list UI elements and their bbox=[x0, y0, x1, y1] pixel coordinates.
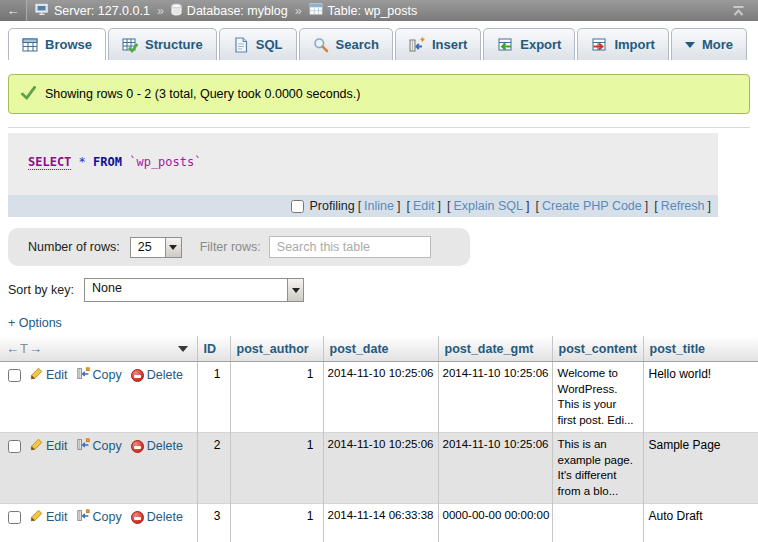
tab-export[interactable]: Export bbox=[483, 28, 575, 60]
toggle-columns-control[interactable]: ←T→ bbox=[6, 342, 43, 356]
copy-action[interactable]: Copy bbox=[77, 438, 122, 455]
cell-post-date-gmt: 2014-11-10 10:25:06 bbox=[438, 433, 552, 504]
database-icon bbox=[171, 3, 182, 19]
tab-structure[interactable]: Structure bbox=[108, 28, 217, 60]
success-message: Showing rows 0 - 2 (3 total, Query took … bbox=[8, 74, 750, 114]
pencil-icon bbox=[30, 509, 43, 526]
tab-import[interactable]: Import bbox=[577, 28, 668, 60]
collapse-top-icon[interactable] bbox=[731, 5, 746, 17]
copy-link[interactable]: Copy bbox=[93, 509, 122, 526]
edit-link[interactable]: Edit bbox=[46, 509, 68, 526]
phpmyadmin-window: ← Server: 127.0.0.1 » Database: myblog »… bbox=[0, 0, 758, 542]
chevron-down-icon bbox=[685, 42, 695, 48]
breadcrumb-separator: » bbox=[155, 4, 166, 18]
delete-action[interactable]: Delete bbox=[131, 367, 183, 384]
cell-post-title: Auto Draft bbox=[643, 504, 758, 542]
table-row: Edit Copy Delete 3 1 2014-11-14 0 bbox=[0, 504, 758, 542]
tab-search[interactable]: Search bbox=[299, 28, 393, 60]
edit-link[interactable]: Edit bbox=[46, 438, 68, 455]
profiling-checkbox[interactable] bbox=[291, 200, 304, 213]
cell-post-date-gmt: 0000-00-00 00:00:00 bbox=[438, 504, 552, 542]
bracket: ] bbox=[438, 199, 441, 213]
bracket: [ bbox=[654, 199, 657, 213]
sql-star: * bbox=[79, 155, 86, 169]
table-tabs: Browse Structure SQL Search Insert Expor… bbox=[0, 21, 758, 60]
header-row: ←T→ ID post_author post_date post_date_g… bbox=[0, 336, 758, 362]
cell-post-date: 2014-11-14 06:33:38 bbox=[323, 504, 438, 542]
bracket: ] bbox=[526, 199, 529, 213]
sql-keyword-select[interactable]: SELECT bbox=[28, 155, 71, 170]
edit-link[interactable]: Edit bbox=[46, 367, 68, 384]
filter-rows-label: Filter rows: bbox=[200, 240, 261, 254]
delete-link[interactable]: Delete bbox=[147, 509, 183, 526]
row-checkbox[interactable] bbox=[8, 440, 21, 453]
sort-by-key-value: None bbox=[85, 279, 287, 301]
cell-post-date-gmt: 2014-11-10 10:25:06 bbox=[438, 362, 552, 433]
row-actions-cell: Edit Copy Delete bbox=[0, 362, 197, 433]
options-toggle-link[interactable]: + Options bbox=[8, 316, 62, 330]
section-divider bbox=[8, 127, 750, 128]
back-button[interactable]: ← bbox=[0, 0, 27, 21]
search-icon bbox=[313, 37, 329, 53]
header-dropdown-icon[interactable] bbox=[178, 346, 188, 352]
sort-controls: Sort by key: None bbox=[8, 278, 758, 302]
sort-by-key-label: Sort by key: bbox=[8, 283, 74, 297]
filter-rows-input[interactable] bbox=[269, 236, 431, 258]
cell-post-title: Sample Page bbox=[643, 433, 758, 504]
delete-link[interactable]: Delete bbox=[147, 438, 183, 455]
row-actions-cell: Edit Copy Delete bbox=[0, 433, 197, 504]
delete-action[interactable]: Delete bbox=[131, 438, 183, 455]
table-row: Edit Copy Delete 1 1 2014-11-10 1 bbox=[0, 362, 758, 433]
edit-action[interactable]: Edit bbox=[30, 438, 68, 455]
copy-action[interactable]: Copy bbox=[77, 509, 122, 526]
tab-insert[interactable]: Insert bbox=[395, 28, 481, 60]
cell-post-date: 2014-11-10 10:25:06 bbox=[323, 433, 438, 504]
copy-action[interactable]: Copy bbox=[77, 367, 122, 384]
pencil-icon bbox=[30, 438, 43, 455]
browse-icon bbox=[22, 37, 38, 53]
cell-post-content bbox=[552, 504, 643, 542]
inline-link[interactable]: Inline bbox=[364, 199, 394, 213]
breadcrumb-table[interactable]: Table: wp_posts bbox=[309, 3, 418, 18]
edit-action[interactable]: Edit bbox=[30, 367, 68, 384]
structure-icon bbox=[122, 37, 138, 53]
number-of-rows-select[interactable]: 25 bbox=[130, 237, 182, 258]
delete-link[interactable]: Delete bbox=[147, 367, 183, 384]
select-arrow-icon bbox=[165, 238, 181, 257]
cell-post-content: Welcome to WordPress. This is your first… bbox=[552, 362, 643, 433]
row-checkbox[interactable] bbox=[8, 511, 21, 524]
explain-sql-link[interactable]: Explain SQL bbox=[453, 199, 522, 213]
delete-icon bbox=[131, 511, 144, 524]
column-header-post-date[interactable]: post_date bbox=[323, 336, 438, 362]
sort-by-key-select[interactable]: None bbox=[84, 278, 304, 302]
edit-action[interactable]: Edit bbox=[30, 509, 68, 526]
profiling-label: Profiling bbox=[309, 199, 354, 213]
tab-browse[interactable]: Browse bbox=[8, 28, 106, 60]
table-icon bbox=[309, 3, 323, 18]
bracket: [ bbox=[535, 199, 538, 213]
column-header-post-date-gmt[interactable]: post_date_gmt bbox=[438, 336, 552, 362]
results-table: ←T→ ID post_author post_date post_date_g… bbox=[0, 336, 758, 542]
create-php-code-link[interactable]: Create PHP Code bbox=[542, 199, 642, 213]
delete-action[interactable]: Delete bbox=[131, 509, 183, 526]
column-header-id[interactable]: ID bbox=[197, 336, 230, 362]
breadcrumb-database[interactable]: Database: myblog bbox=[171, 3, 288, 19]
breadcrumb: Server: 127.0.0.1 » Database: myblog » T… bbox=[27, 3, 417, 19]
copy-link[interactable]: Copy bbox=[93, 438, 122, 455]
edit-query-link[interactable]: Edit bbox=[413, 199, 435, 213]
copy-link[interactable]: Copy bbox=[93, 367, 122, 384]
tab-more[interactable]: More bbox=[671, 28, 747, 60]
breadcrumb-table-label: Table: wp_posts bbox=[328, 4, 418, 18]
sql-icon bbox=[233, 37, 249, 53]
column-header-post-title[interactable]: post_title bbox=[643, 336, 758, 362]
column-header-post-author[interactable]: post_author bbox=[230, 336, 323, 362]
copy-row-icon bbox=[77, 438, 90, 455]
column-header-post-content[interactable]: post_content bbox=[552, 336, 643, 362]
refresh-link[interactable]: Refresh bbox=[661, 199, 705, 213]
tab-sql[interactable]: SQL bbox=[219, 28, 297, 60]
breadcrumb-server[interactable]: Server: 127.0.0.1 bbox=[35, 3, 150, 19]
bracket: ] bbox=[708, 199, 711, 213]
copy-row-icon bbox=[77, 367, 90, 384]
row-checkbox[interactable] bbox=[8, 369, 21, 382]
cell-post-author: 1 bbox=[230, 362, 323, 433]
